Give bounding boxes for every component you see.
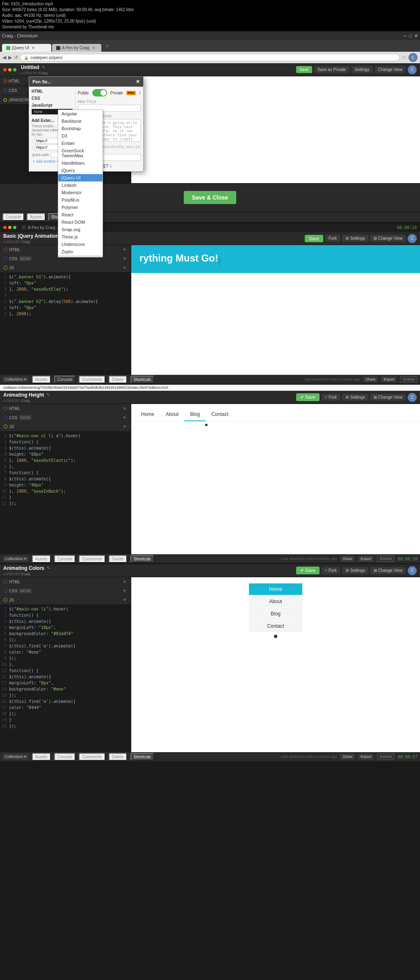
pen4-comments-tab[interactable]: Comments	[79, 753, 105, 761]
pen2-share-btn[interactable]: Share	[363, 376, 378, 382]
pen2-js-code[interactable]: 1$(".banner h1").animate({ 2 left: "0px"…	[0, 272, 131, 375]
pen2-comments-tab[interactable]: Comments	[79, 376, 105, 383]
lib-handlebars[interactable]: Handlebars	[58, 159, 103, 167]
pen3-nav-about[interactable]: About	[160, 408, 184, 421]
pen3-embed-btn[interactable]: Embed	[377, 555, 395, 562]
pen2-html-toggle[interactable]: ▼	[122, 247, 128, 252]
template-info-icon[interactable]: ℹ	[110, 163, 112, 169]
pen3-export-btn[interactable]: Export	[358, 556, 374, 562]
resource-drag-2[interactable]: ::	[32, 145, 34, 150]
save-close-btn[interactable]: Save & Close	[184, 191, 237, 204]
forward-btn[interactable]: ▶	[8, 55, 12, 60]
pen4-edit-icon[interactable]: ✎	[47, 566, 50, 570]
lib-jquery-ui[interactable]: jQuery UI	[58, 174, 103, 181]
pen2-delete-tab[interactable]: Delete	[109, 376, 127, 383]
lib-react[interactable]: React	[58, 211, 103, 218]
pen1-edit-icon[interactable]: ✎	[42, 65, 45, 69]
pen3-comments-tab[interactable]: Comments	[79, 555, 105, 563]
pen4-fork-btn[interactable]: ⑂ Fork	[322, 567, 340, 574]
pen3-fork-btn[interactable]: ⑂ Fork	[322, 394, 340, 401]
lib-polyfill[interactable]: Polyfill.io	[58, 196, 103, 204]
pen3-collections-btn[interactable]: Collections ▾	[2, 556, 29, 562]
pen2-shortcuts-tab[interactable]: Shortcuts	[130, 376, 154, 383]
lib-ember[interactable]: Ember	[58, 140, 103, 147]
pen3-nav-home[interactable]: Home	[135, 408, 160, 421]
pen3-js-code[interactable]: 1$("#main-nav ul li a").hover( 2 functio…	[0, 431, 131, 554]
new-tab-btn[interactable]: +	[102, 41, 112, 51]
pen3-delete-tab[interactable]: Delete	[109, 555, 127, 563]
pen4-export-btn[interactable]: Export	[358, 754, 374, 760]
pen1-assets-tab[interactable]: Assets	[27, 213, 46, 221]
lib-bootstrap[interactable]: Bootstrap	[58, 125, 103, 132]
pen4-change-view-btn[interactable]: ⊞ Change View	[370, 567, 406, 574]
pen2-collections-btn[interactable]: Collections ▾	[2, 376, 29, 382]
pen4-nav-blog[interactable]: Blog	[249, 608, 302, 620]
lib-threejs[interactable]: Three.js	[58, 233, 103, 241]
pen4-css-toggle[interactable]: ▼	[122, 588, 128, 594]
lib-d3[interactable]: D3	[58, 132, 103, 140]
pen4-js-toggle[interactable]: ▼	[122, 597, 128, 603]
pen3-console-tab[interactable]: Console	[54, 555, 76, 563]
pen4-assets-tab[interactable]: Assets	[32, 753, 51, 761]
pen4-nav-contact[interactable]: Contact	[249, 620, 302, 632]
pen4-js-code[interactable]: 1$("#main-nav li").hover( 2 function() {…	[0, 604, 131, 752]
pen3-save-btn[interactable]: ✔ Save	[296, 393, 320, 401]
pen4-shortcuts-tab[interactable]: Shortcuts	[130, 753, 154, 761]
browser-tab-codepen[interactable]: A Pen by Craig ✕	[52, 44, 101, 52]
lib-jquery[interactable]: jQuery	[58, 167, 103, 174]
pen3-js-toggle[interactable]: ▼	[122, 424, 128, 429]
lib-polymer[interactable]: Polymer	[58, 204, 103, 211]
lib-zepto[interactable]: Zepto	[58, 248, 103, 255]
pen4-console-tab[interactable]: Console	[54, 753, 76, 761]
pen3-css-toggle[interactable]: ▼	[122, 415, 128, 420]
lib-backbone[interactable]: Backbone	[58, 117, 103, 125]
lib-lodash[interactable]: Lodash	[58, 181, 103, 189]
pen1-console-tab[interactable]: Console	[2, 213, 24, 221]
pen1-save-btn[interactable]: Save	[296, 66, 312, 73]
back-btn[interactable]: ◀	[2, 55, 6, 60]
pen2-console-tab[interactable]: Console	[54, 376, 76, 383]
pen2-js-toggle[interactable]: ▼	[122, 265, 128, 271]
pen2-settings-btn[interactable]: ⚙ Settings	[342, 235, 368, 242]
pen4-html-toggle[interactable]: ▼	[122, 579, 128, 585]
tab-close-codepen[interactable]: ✕	[92, 46, 95, 50]
pen2-assets-tab[interactable]: Assets	[32, 376, 51, 383]
pen4-nav-home[interactable]: Home	[249, 583, 302, 595]
pen4-settings-btn[interactable]: ⚙ Settings	[342, 567, 368, 574]
pen2-save-btn[interactable]: Save	[305, 235, 323, 242]
lib-modernizr[interactable]: Modernizr	[58, 189, 103, 196]
pen2-export-btn[interactable]: Export	[381, 376, 397, 382]
lib-underscore[interactable]: Underscore	[58, 241, 103, 248]
pen3-edit-icon[interactable]: ✎	[46, 392, 50, 397]
pen3-nav-contact[interactable]: Contact	[205, 408, 234, 421]
lib-angular[interactable]: Angular	[58, 110, 103, 117]
pen4-share-btn[interactable]: Share	[340, 754, 355, 760]
pen1-settings-btn[interactable]: Settings	[352, 66, 373, 73]
pen3-change-view-btn[interactable]: ⊞ Change View	[370, 394, 406, 401]
pen3-settings-btn[interactable]: ⚙ Settings	[342, 394, 368, 401]
modal-close-icon[interactable]: ✕	[136, 79, 140, 85]
pen2-change-view-btn[interactable]: ⊞ Change View	[370, 235, 406, 242]
pen4-embed-btn[interactable]: Embed	[377, 753, 395, 760]
pen4-nav-about[interactable]: About	[249, 596, 302, 607]
win-maximize-btn[interactable]: □	[409, 33, 412, 39]
pen3-share-btn[interactable]: Share	[340, 556, 355, 562]
visibility-toggle[interactable]	[92, 89, 107, 96]
pen2-embed-btn[interactable]: Embed	[400, 376, 418, 383]
resource-drag-1[interactable]: ::	[32, 139, 34, 143]
address-url[interactable]: codepen.io/pen/	[30, 55, 62, 60]
lib-snap-svg[interactable]: Snap.svg	[58, 226, 103, 233]
lib-greensock[interactable]: GreenSock TweenMax	[58, 147, 103, 159]
pen3-assets-tab[interactable]: Assets	[32, 555, 51, 563]
pen3-shortcuts-tab[interactable]: Shortcuts	[130, 555, 154, 563]
pen1-change-view-btn[interactable]: Change View	[375, 66, 406, 73]
pen4-collections-btn[interactable]: Collections ▾	[2, 754, 29, 760]
pen4-save-btn[interactable]: ✔ Save	[296, 567, 320, 574]
reload-btn[interactable]: ↺	[14, 55, 18, 60]
tab-close-jquery[interactable]: ✕	[32, 46, 35, 50]
pen3-nav-blog[interactable]: Blog	[184, 408, 205, 421]
visibility-info-icon[interactable]: ℹ	[139, 90, 141, 96]
pen3-html-toggle[interactable]: ▼	[122, 406, 128, 411]
lib-react-dom[interactable]: React DOM	[58, 218, 103, 226]
pen2-fork-btn[interactable]: Fork	[325, 235, 340, 242]
